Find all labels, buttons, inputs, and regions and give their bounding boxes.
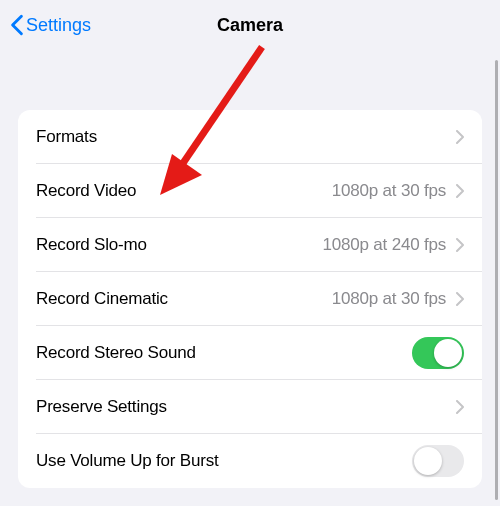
row-record-video[interactable]: Record Video 1080p at 30 fps	[18, 164, 482, 218]
scrollbar[interactable]	[495, 60, 498, 500]
row-label: Record Cinematic	[36, 289, 332, 309]
settings-list: Formats Record Video 1080p at 30 fps Rec…	[18, 110, 482, 488]
row-preserve-settings[interactable]: Preserve Settings	[18, 380, 482, 434]
row-detail: 1080p at 240 fps	[323, 235, 446, 255]
chevron-right-icon	[456, 184, 464, 198]
row-record-slomo[interactable]: Record Slo-mo 1080p at 240 fps	[18, 218, 482, 272]
chevron-right-icon	[456, 400, 464, 414]
toggle-volume-burst[interactable]	[412, 445, 464, 477]
row-label: Use Volume Up for Burst	[36, 451, 412, 471]
chevron-right-icon	[456, 130, 464, 144]
row-detail: 1080p at 30 fps	[332, 289, 446, 309]
row-stereo-sound: Record Stereo Sound	[18, 326, 482, 380]
header-bar: Settings Camera	[0, 0, 500, 50]
row-label: Record Slo-mo	[36, 235, 323, 255]
back-chevron-icon	[10, 14, 24, 36]
row-label: Preserve Settings	[36, 397, 456, 417]
row-formats[interactable]: Formats	[18, 110, 482, 164]
row-label: Record Stereo Sound	[36, 343, 412, 363]
row-label: Record Video	[36, 181, 332, 201]
toggle-stereo-sound[interactable]	[412, 337, 464, 369]
back-label: Settings	[26, 15, 91, 36]
row-volume-burst: Use Volume Up for Burst	[18, 434, 482, 488]
chevron-right-icon	[456, 238, 464, 252]
chevron-right-icon	[456, 292, 464, 306]
toggle-knob	[434, 339, 462, 367]
back-button[interactable]: Settings	[10, 14, 91, 36]
row-detail: 1080p at 30 fps	[332, 181, 446, 201]
toggle-knob	[414, 447, 442, 475]
row-record-cinematic[interactable]: Record Cinematic 1080p at 30 fps	[18, 272, 482, 326]
row-label: Formats	[36, 127, 456, 147]
